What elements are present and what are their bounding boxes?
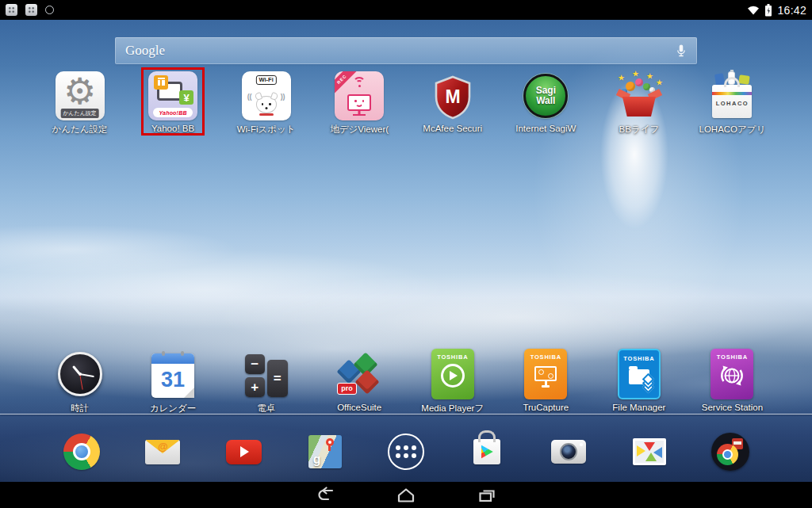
status-bar-right: 16:42: [747, 4, 806, 17]
status-bar: 16:42: [0, 0, 812, 20]
calendar-icon: 31: [151, 353, 194, 398]
chrome-folder-icon: [711, 433, 749, 471]
dock-maps[interactable]: g: [306, 433, 344, 471]
dock-gallery[interactable]: [630, 433, 668, 471]
status-bar-left: [6, 4, 54, 16]
icon-badge-text: かんたん設定: [60, 109, 99, 118]
app-label: File Manager: [612, 403, 665, 412]
dock-camera[interactable]: [550, 433, 588, 471]
app-kantan-settei[interactable]: ⚙ かんたん設定 かんたん設定: [35, 71, 124, 136]
clock-time: 16:42: [777, 4, 806, 17]
play-circle-icon: [441, 364, 465, 388]
app-lohaco[interactable]: LOHACO LOHACOアプリ: [688, 71, 777, 136]
app-label: McAfee Securi: [423, 124, 482, 133]
tv-rec-icon: REC: [335, 71, 384, 120]
app-trucapture[interactable]: TOSHIBA TruCapture: [501, 347, 591, 414]
chrome-icon: [63, 434, 100, 470]
dog-face: [256, 96, 277, 113]
app-label: Yahoo! BB: [151, 124, 194, 133]
gift-box-shape: [622, 97, 656, 116]
app-notification-icon: [25, 4, 37, 16]
map-pin-icon: [326, 438, 334, 446]
wifi-icon: [747, 5, 760, 15]
dock: @ g: [63, 433, 749, 471]
clock-icon: [58, 352, 102, 396]
app-label: BBライフ: [619, 124, 660, 136]
home-app-row-2: 時計 31 カレンダー − + = 電卓 pro Office: [35, 347, 777, 414]
app-bb-life[interactable]: ★ ★ ★ ★ BBライフ: [594, 71, 684, 136]
app-service-station[interactable]: TOSHIBA Service Station: [688, 347, 777, 414]
yahoo-bb-icon: ¥ Yahoo!BB: [148, 71, 197, 120]
home-button[interactable]: [395, 487, 417, 504]
app-label: LOHACOアプリ: [699, 124, 766, 136]
app-label: 地デジViewer(: [330, 124, 389, 136]
youtube-icon: [226, 440, 262, 464]
home-icon: [396, 487, 416, 504]
android-home-screen: 16:42 Google ⚙ かんたん設定 かんたん設定 ¥: [0, 0, 812, 508]
toshiba-wordmark: TOSHIBA: [437, 353, 468, 361]
dog-collar: [259, 113, 274, 116]
toshiba-wordmark: TOSHIBA: [623, 355, 654, 362]
gift-box-icon: ★ ★ ★ ★: [615, 71, 664, 120]
lohaco-wordmark: LOHACO: [712, 100, 752, 107]
gift-badge: [154, 75, 168, 90]
app-label: 時計: [71, 403, 89, 414]
app-label: OfficeSuite: [337, 403, 381, 412]
battery-charging-icon: [764, 4, 772, 17]
recents-icon: [477, 487, 497, 504]
app-label: Service Station: [702, 403, 763, 412]
mcafee-shield-icon: M: [434, 74, 472, 120]
app-notification-icon: [6, 4, 17, 16]
yen-badge: ¥: [179, 90, 193, 105]
app-calendar[interactable]: 31 カレンダー: [128, 347, 218, 414]
app-label: 電卓: [257, 403, 275, 414]
dock-chrome[interactable]: [63, 433, 101, 471]
play-store-icon: [473, 439, 500, 464]
media-player-icon: TOSHIBA: [431, 349, 474, 399]
app-internet-sagiwall[interactable]: Sagi Wall Internet SagiW: [501, 71, 591, 136]
navigation-bar: [0, 482, 812, 508]
globe-sync-icon: [718, 362, 746, 389]
app-label: Media Playerフ: [421, 403, 484, 414]
svg-text:M: M: [445, 86, 460, 107]
gear-icon: ⚙ かんたん設定: [56, 71, 105, 120]
app-label: かんたん設定: [52, 124, 107, 136]
lohaco-bag-icon: LOHACO: [707, 71, 756, 120]
dock-divider: [0, 414, 812, 414]
app-media-player[interactable]: TOSHIBA Media Playerフ: [408, 347, 497, 414]
dock-email[interactable]: @: [144, 433, 182, 471]
app-drawer-icon: [388, 434, 424, 470]
google-search-bar[interactable]: Google: [115, 37, 697, 64]
yahoo-bb-wordmark: Yahoo!BB: [153, 108, 193, 117]
home-app-row-1: ⚙ かんたん設定 かんたん設定 ¥ Yahoo!BB Yahoo! BB Wi-…: [35, 71, 777, 136]
sagi-wall-icon: Sagi Wall: [523, 74, 568, 118]
dock-youtube[interactable]: [225, 433, 263, 471]
shopping-bag-shape: LOHACO: [712, 85, 752, 118]
signal-right: )): [281, 93, 285, 101]
pro-badge: pro: [337, 383, 357, 395]
back-button[interactable]: [314, 487, 336, 504]
at-glyph: @: [145, 441, 180, 453]
tv-shape: [347, 94, 371, 111]
toshiba-wordmark: TOSHIBA: [530, 353, 561, 361]
app-mcafee[interactable]: M McAfee Securi: [408, 71, 497, 136]
app-file-manager[interactable]: TOSHIBA File Manager: [594, 347, 684, 414]
back-icon: [315, 487, 335, 504]
maps-icon: g: [308, 435, 342, 468]
app-clock[interactable]: 時計: [35, 347, 124, 414]
camera-icon: [551, 440, 586, 464]
mic-icon[interactable]: [676, 44, 687, 58]
app-officesuite[interactable]: pro OfficeSuite: [315, 347, 404, 414]
app-yahoo-bb[interactable]: ¥ Yahoo!BB Yahoo! BB: [128, 71, 218, 136]
dock-chrome-folder[interactable]: [711, 433, 749, 471]
app-label: Internet SagiW: [515, 124, 576, 133]
dock-play-store[interactable]: [468, 433, 506, 471]
app-calculator[interactable]: − + = 電卓: [221, 347, 311, 414]
sync-circle-icon: [45, 6, 54, 14]
dock-app-drawer[interactable]: [387, 433, 425, 471]
recents-button[interactable]: [476, 487, 498, 504]
app-chideji-viewer[interactable]: REC 地デジViewer(: [315, 71, 404, 136]
app-label: TruCapture: [523, 403, 569, 412]
app-wifi-spot[interactable]: Wi-Fi (( )) Wi-Fiスポット: [221, 71, 311, 136]
chrome-mini-icon: [717, 444, 738, 465]
